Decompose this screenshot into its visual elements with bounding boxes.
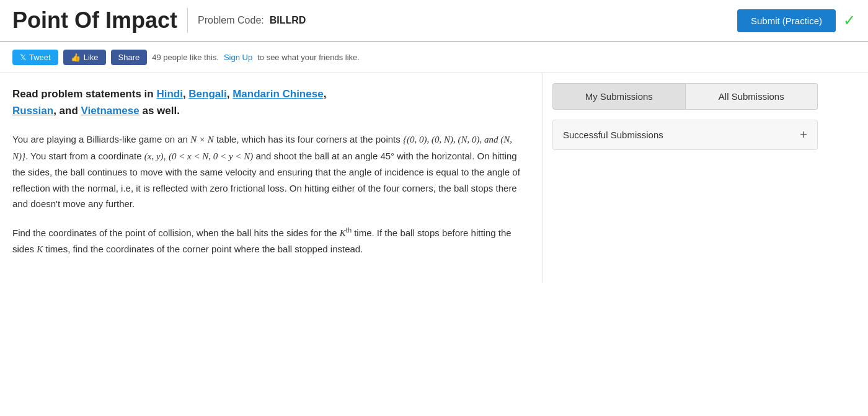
content-area: Read problem statements in Hindi, Bengal…	[0, 73, 542, 283]
math-coord: (x, y)	[144, 151, 164, 161]
problem-code-value: BILLRD	[270, 15, 306, 25]
tweet-button[interactable]: 𝕏 Tweet	[12, 50, 58, 65]
all-submissions-tab[interactable]: All Submissions	[686, 83, 818, 110]
thumbs-up-icon: 👍	[71, 53, 81, 62]
math-constraint: (0 < x < N, 0 < y < N)	[169, 151, 253, 161]
successful-submissions-title: Successful Submissions	[563, 130, 663, 140]
like-button[interactable]: 👍 Like	[63, 50, 106, 65]
sign-up-suffix: to see what your friends like.	[257, 53, 360, 62]
my-submissions-tab[interactable]: My Submissions	[552, 83, 686, 110]
vietnamese-link[interactable]: Vietnamese	[81, 105, 140, 117]
page-header: Point Of Impact Problem Code: BILLRD Sub…	[0, 0, 868, 42]
main-layout: Read problem statements in Hindi, Bengal…	[0, 73, 868, 283]
math-n-times-n: N × N	[190, 135, 214, 144]
expand-icon[interactable]: +	[800, 128, 807, 142]
math-corners: {(0, 0), (0, N), (N, 0), and (N, N)}	[12, 135, 512, 161]
share-button[interactable]: Share	[111, 50, 148, 65]
math-th-sup: th	[346, 226, 352, 234]
problem-paragraph-1: You are playing a Billiards-like game on…	[12, 131, 529, 212]
problem-code-label: Problem Code: BILLRD	[198, 15, 306, 26]
bengali-link[interactable]: Bengali	[188, 88, 226, 100]
problem-paragraph-2: Find the coordinates of the point of col…	[12, 224, 529, 258]
header-divider	[187, 8, 188, 33]
submit-button[interactable]: Submit (Practice)	[737, 9, 836, 32]
header-actions: Submit (Practice) ✓	[737, 9, 856, 32]
submissions-tabs: My Submissions All Submissions	[552, 83, 818, 110]
checkmark-icon: ✓	[843, 12, 856, 29]
sign-up-link[interactable]: Sign Up	[224, 53, 252, 62]
math-k: K	[340, 228, 346, 238]
social-bar: 𝕏 Tweet 👍 Like Share 49 people like this…	[0, 42, 868, 73]
read-statements: Read problem statements in Hindi, Bengal…	[12, 86, 529, 119]
hindi-link[interactable]: Hindi	[156, 88, 183, 100]
twitter-icon: 𝕏	[20, 53, 26, 62]
successful-submissions-section: Successful Submissions +	[552, 120, 818, 150]
mandarin-link[interactable]: Mandarin Chinese	[232, 88, 323, 100]
sidebar: My Submissions All Submissions Successfu…	[542, 73, 828, 283]
russian-link[interactable]: Russian	[12, 105, 53, 117]
page-title: Point Of Impact	[12, 7, 177, 33]
likes-count: 49 people like this.	[152, 53, 219, 62]
math-k2: K	[37, 244, 43, 254]
